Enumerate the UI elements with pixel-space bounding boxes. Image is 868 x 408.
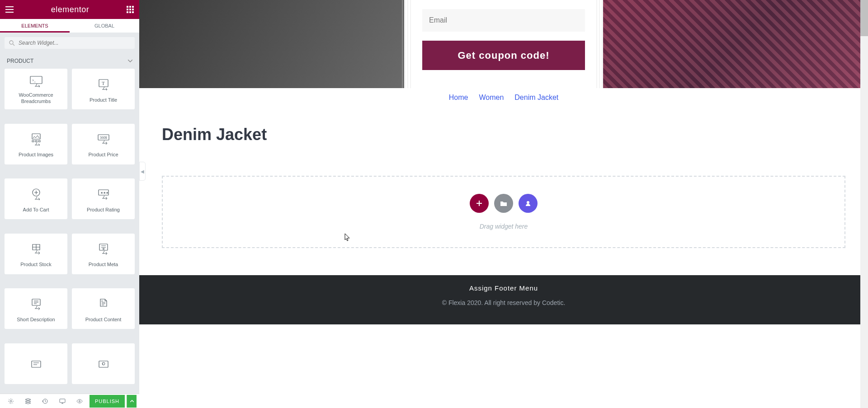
drop-area[interactable]: Drag widget here — [162, 176, 845, 248]
svg-text:T: T — [102, 80, 105, 86]
drop-text: Drag widget here — [480, 223, 528, 230]
svg-point-26 — [79, 400, 80, 402]
svg-rect-8 — [35, 141, 37, 142]
widgets-grid: >_ WooCommerce Breadcrumbs T Product Tit… — [0, 69, 139, 394]
widget-add-to-cart[interactable]: Add To Cart — [5, 178, 67, 219]
hero-image-left — [139, 0, 404, 88]
elementor-logo: elementor — [51, 5, 90, 14]
chevron-down-icon — [128, 60, 132, 62]
tab-global[interactable]: GLOBAL — [70, 19, 139, 33]
widget-woocommerce-breadcrumbs[interactable]: >_ WooCommerce Breadcrumbs — [5, 69, 67, 109]
navigator-icon[interactable] — [20, 394, 36, 408]
svg-text:360$: 360$ — [100, 136, 107, 139]
template-button[interactable] — [494, 194, 513, 213]
description-icon — [29, 296, 43, 312]
settings-icon[interactable] — [3, 394, 19, 408]
responsive-icon[interactable] — [54, 394, 71, 408]
menu-icon[interactable] — [5, 6, 14, 13]
widget-icon: i — [97, 357, 110, 372]
widget-product-meta[interactable]: Product Meta — [72, 234, 135, 274]
category-label: PRODUCT — [7, 58, 33, 64]
meta-icon — [97, 242, 110, 257]
widget-product-rating[interactable]: ★★★ Product Rating — [72, 178, 135, 219]
sidebar-footer: PUBLISH — [0, 394, 139, 408]
svg-point-0 — [9, 41, 13, 44]
cart-icon — [29, 187, 43, 202]
elementor-sidebar: elementor ELEMENTS GLOBAL PRODUCT — [0, 0, 139, 408]
hero-form: Get coupon code! — [404, 0, 603, 88]
search-input[interactable] — [19, 40, 130, 46]
content-icon: A — [97, 296, 110, 312]
history-icon[interactable] — [37, 394, 53, 408]
widget-product-content[interactable]: A Product Content — [72, 288, 135, 329]
sidebar-tabs: ELEMENTS GLOBAL — [0, 19, 139, 33]
cursor-icon — [344, 233, 351, 241]
breadcrumb-women[interactable]: Women — [479, 94, 504, 102]
footer-copyright: © Flexia 2020. All right reserved by Cod… — [139, 299, 868, 306]
publish-button[interactable]: PUBLISH — [90, 395, 125, 408]
breadcrumb: Home Women Denim Jacket — [139, 88, 868, 107]
widget-label: Product Price — [88, 151, 118, 158]
svg-point-27 — [527, 201, 529, 204]
preview-icon[interactable] — [71, 394, 88, 408]
ea-button[interactable] — [519, 194, 538, 213]
widget-product-price[interactable]: 360$ Product Price — [72, 124, 135, 164]
canvas: Get coupon code! Home Women Denim Jacket… — [139, 0, 868, 408]
coupon-button[interactable]: Get coupon code! — [422, 41, 585, 70]
hero-section: Get coupon code! — [139, 0, 868, 88]
svg-point-16 — [103, 249, 104, 250]
svg-rect-6 — [32, 134, 40, 139]
svg-rect-9 — [38, 141, 40, 142]
widget-product-images[interactable]: Product Images — [5, 124, 67, 164]
add-section-button[interactable] — [470, 194, 489, 213]
email-input[interactable] — [422, 9, 585, 32]
widget-label: Product Content — [85, 316, 122, 323]
widget-label: Product Meta — [89, 261, 118, 267]
publish-caret[interactable] — [127, 395, 137, 408]
svg-rect-25 — [60, 399, 65, 403]
widget-product-title[interactable]: T Product Title — [72, 69, 135, 109]
images-icon — [29, 132, 43, 147]
widget-short-description[interactable]: Short Description — [5, 288, 67, 329]
tab-elements[interactable]: ELEMENTS — [0, 19, 70, 33]
widget-label: Product Stock — [20, 261, 51, 267]
svg-point-23 — [10, 400, 12, 402]
rating-icon: ★★★ — [97, 187, 110, 202]
title-icon: T — [97, 77, 110, 92]
hero-image-right — [603, 0, 868, 88]
breadcrumb-home[interactable]: Home — [449, 94, 468, 102]
widget-label: WooCommerce Breadcrumbs — [8, 92, 64, 105]
apps-icon[interactable] — [127, 6, 134, 13]
widget-label: Product Title — [90, 97, 117, 103]
svg-rect-19 — [32, 361, 41, 367]
category-product[interactable]: PRODUCT — [0, 53, 139, 69]
page-title: Denim Jacket — [139, 107, 868, 158]
svg-rect-7 — [32, 141, 34, 142]
widget-label: Product Images — [19, 151, 53, 158]
widget-extra-2[interactable]: i — [72, 343, 135, 384]
collapse-sidebar[interactable]: ◀ — [139, 162, 146, 181]
widget-label: Short Description — [17, 316, 55, 323]
widget-icon — [29, 357, 43, 372]
breadcrumb-denim-jacket[interactable]: Denim Jacket — [514, 94, 558, 102]
breadcrumbs-icon: >_ — [29, 75, 43, 87]
svg-text:★★★: ★★★ — [100, 191, 108, 194]
svg-text:>_: >_ — [32, 79, 36, 82]
widget-label: Add To Cart — [23, 206, 49, 213]
stock-icon — [29, 242, 43, 257]
sidebar-header: elementor — [0, 0, 139, 19]
svg-line-1 — [13, 44, 14, 46]
search-box[interactable] — [5, 37, 135, 49]
svg-rect-20 — [99, 361, 108, 367]
price-icon: 360$ — [97, 132, 110, 147]
widget-product-stock[interactable]: Product Stock — [5, 234, 67, 274]
widget-label: Product Rating — [87, 206, 120, 213]
footer-menu-link[interactable]: Assign Footer Menu — [469, 284, 538, 292]
scrollbar-thumb[interactable] — [860, 0, 868, 36]
widget-extra-1[interactable] — [5, 343, 67, 384]
scrollbar[interactable] — [860, 0, 868, 408]
svg-rect-15 — [99, 244, 108, 250]
svg-text:A: A — [101, 300, 103, 302]
page-footer: Assign Footer Menu © Flexia 2020. All ri… — [139, 275, 868, 324]
search-icon — [9, 40, 15, 46]
